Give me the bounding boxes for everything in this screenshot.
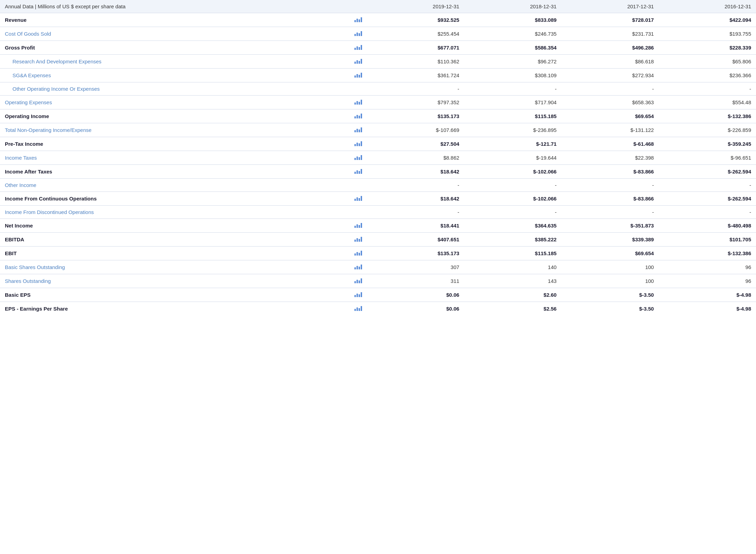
chart-bar-icon[interactable] — [354, 264, 362, 269]
chart-bar-icon[interactable] — [354, 113, 362, 118]
chart-bar-icon[interactable] — [354, 141, 362, 146]
chart-bar-icon[interactable] — [354, 44, 362, 50]
row-label-17: EBIT — [0, 247, 350, 260]
row-value-17-col3: $69.654 — [561, 247, 659, 260]
row-value-21-col1: $0.06 — [367, 302, 464, 316]
chart-icon-cell-16[interactable] — [350, 233, 367, 247]
chart-icon-cell-2[interactable] — [350, 41, 367, 55]
row-value-2-col2: $586.354 — [464, 41, 562, 55]
row-label-11: Income After Taxes — [0, 165, 350, 179]
table-row: EBIT$135.173$115.185$69.654$-132.386 — [0, 247, 756, 260]
row-value-1-col4: $193.755 — [659, 27, 756, 41]
row-value-10-col2: $-19.644 — [464, 151, 562, 165]
row-label-4: SG&A Expenses — [0, 69, 350, 82]
row-value-18-col4: 96 — [659, 260, 756, 274]
chart-bar-icon[interactable] — [354, 278, 362, 283]
chart-icon-cell-4[interactable] — [350, 69, 367, 82]
chart-icon-cell-6[interactable] — [350, 96, 367, 109]
chart-bar-icon[interactable] — [354, 30, 362, 36]
row-value-13-col4: $-262.594 — [659, 192, 756, 206]
chart-icon-cell-20[interactable] — [350, 288, 367, 302]
header-col4: 2016-12-31 — [659, 0, 756, 13]
row-value-7-col1: $135.173 — [367, 109, 464, 123]
row-value-8-col3: $-131.122 — [561, 123, 659, 137]
chart-icon-cell-15[interactable] — [350, 219, 367, 233]
chart-bar-icon[interactable] — [354, 127, 362, 132]
chart-bar-icon[interactable] — [354, 250, 362, 256]
table-row: Income From Continuous Operations$18.642… — [0, 192, 756, 206]
row-value-6-col3: $658.363 — [561, 96, 659, 109]
chart-bar-icon[interactable] — [354, 168, 362, 174]
header-col3: 2017-12-31 — [561, 0, 659, 13]
row-value-4-col4: $236.366 — [659, 69, 756, 82]
row-label-3: Research And Development Expenses — [0, 55, 350, 69]
row-value-8-col1: $-107.669 — [367, 123, 464, 137]
table-row: Net Income$18.441$364.635$-351.873$-480.… — [0, 219, 756, 233]
row-value-17-col1: $135.173 — [367, 247, 464, 260]
chart-icon-cell-10[interactable] — [350, 151, 367, 165]
table-row: EBITDA$407.651$385.222$339.389$101.705 — [0, 233, 756, 247]
chart-icon-cell-0[interactable] — [350, 13, 367, 27]
row-value-18-col3: 100 — [561, 260, 659, 274]
chart-icon-cell-11[interactable] — [350, 165, 367, 179]
chart-bar-icon[interactable] — [354, 72, 362, 78]
table-row: Cost Of Goods Sold$255.454$246.735$231.7… — [0, 27, 756, 41]
row-label-19: Shares Outstanding — [0, 274, 350, 288]
row-value-5-col2: - — [464, 82, 562, 96]
row-value-4-col2: $308.109 — [464, 69, 562, 82]
chart-icon-cell-9[interactable] — [350, 137, 367, 151]
row-value-3-col2: $96.272 — [464, 55, 562, 69]
row-value-16-col4: $101.705 — [659, 233, 756, 247]
header-label: Annual Data | Millions of US $ except pe… — [0, 0, 350, 13]
row-value-20-col1: $0.06 — [367, 288, 464, 302]
chart-icon-cell-18[interactable] — [350, 260, 367, 274]
row-value-13-col1: $18.642 — [367, 192, 464, 206]
chart-icon-cell-17[interactable] — [350, 247, 367, 260]
table-row: Gross Profit$677.071$586.354$496.286$228… — [0, 41, 756, 55]
header-col1: 2019-12-31 — [367, 0, 464, 13]
row-label-14: Income From Discontinued Operations — [0, 206, 350, 219]
row-value-6-col2: $717.904 — [464, 96, 562, 109]
row-value-2-col4: $228.339 — [659, 41, 756, 55]
chart-icon-cell-3[interactable] — [350, 55, 367, 69]
row-label-21: EPS - Earnings Per Share — [0, 302, 350, 316]
chart-bar-icon[interactable] — [354, 236, 362, 242]
chart-icon-cell-8[interactable] — [350, 123, 367, 137]
row-value-10-col4: $-96.651 — [659, 151, 756, 165]
chart-bar-icon[interactable] — [354, 17, 362, 22]
chart-bar-icon[interactable] — [354, 305, 362, 311]
row-value-19-col1: 311 — [367, 274, 464, 288]
row-value-19-col4: 96 — [659, 274, 756, 288]
chart-bar-icon[interactable] — [354, 154, 362, 160]
row-label-12: Other Income — [0, 179, 350, 192]
chart-icon-cell-19[interactable] — [350, 274, 367, 288]
row-label-13: Income From Continuous Operations — [0, 192, 350, 206]
row-value-21-col4: $-4.98 — [659, 302, 756, 316]
row-value-12-col1: - — [367, 179, 464, 192]
row-value-5-col1: - — [367, 82, 464, 96]
row-value-15-col4: $-480.498 — [659, 219, 756, 233]
row-value-9-col1: $27.504 — [367, 137, 464, 151]
row-value-21-col3: $-3.50 — [561, 302, 659, 316]
row-value-0-col4: $422.094 — [659, 13, 756, 27]
row-value-15-col1: $18.441 — [367, 219, 464, 233]
chart-bar-icon[interactable] — [354, 222, 362, 228]
row-label-5: Other Operating Income Or Expenses — [0, 82, 350, 96]
row-value-5-col4: - — [659, 82, 756, 96]
chart-bar-icon[interactable] — [354, 99, 362, 105]
chart-icon-cell-21[interactable] — [350, 302, 367, 316]
row-value-16-col3: $339.389 — [561, 233, 659, 247]
chart-icon-cell-1[interactable] — [350, 27, 367, 41]
chart-bar-icon[interactable] — [354, 292, 362, 297]
row-value-7-col2: $115.185 — [464, 109, 562, 123]
table-header: Annual Data | Millions of US $ except pe… — [0, 0, 756, 13]
chart-bar-icon[interactable] — [354, 195, 362, 201]
chart-icon-cell-7[interactable] — [350, 109, 367, 123]
row-value-2-col3: $496.286 — [561, 41, 659, 55]
row-value-5-col3: - — [561, 82, 659, 96]
chart-bar-icon[interactable] — [354, 58, 362, 64]
row-value-11-col3: $-83.866 — [561, 165, 659, 179]
chart-icon-cell-13[interactable] — [350, 192, 367, 206]
row-label-6: Operating Expenses — [0, 96, 350, 109]
row-value-9-col4: $-359.245 — [659, 137, 756, 151]
